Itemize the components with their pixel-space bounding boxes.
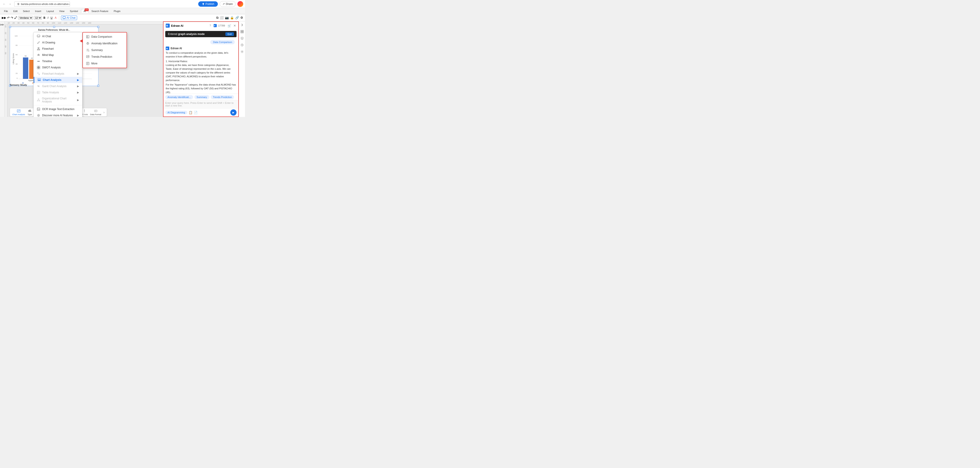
menu-view[interactable]: View <box>57 10 67 13</box>
toolbar-icon-3[interactable]: 📷 <box>225 16 229 20</box>
send-button[interactable]: ► <box>230 109 237 116</box>
menu-item-gantt: Gantt Chart Analysis ▶ <box>33 83 82 89</box>
menu-item-ai-drawing[interactable]: AI Drawing <box>33 40 82 46</box>
toolbar-more-icon[interactable]: › <box>103 110 105 114</box>
close-panel-icon[interactable]: ✕ <box>234 24 236 27</box>
anomaly-icon <box>86 41 89 45</box>
toolbar-icon-1[interactable]: ⧉ <box>216 16 218 20</box>
anomaly-chip[interactable]: Anomaly Identificati... <box>165 95 193 99</box>
toolbar-icon-6[interactable]: ⚙ <box>240 16 243 20</box>
help-icon[interactable]: ? <box>210 24 211 27</box>
menu-select[interactable]: Select <box>21 10 32 13</box>
right-icon-layers[interactable] <box>240 36 244 41</box>
svg-text:50: 50 <box>25 55 27 57</box>
toolbar-icon-2[interactable]: ⬜ <box>220 16 224 20</box>
redo-icon[interactable]: ↷ <box>11 16 13 20</box>
font-size-select[interactable]: 12 <box>34 16 42 20</box>
bold-icon[interactable]: B <box>43 16 46 19</box>
ai-footer: AI Diagramming 📋 📄 ► <box>164 108 238 116</box>
canvas-area[interactable]: 102030405060708090100110120130140150160 … <box>5 21 163 117</box>
trends-icon <box>86 55 89 59</box>
ai-panel-count: 17789 <box>218 24 225 27</box>
left-sidebar-toggle[interactable]: ▶▶ <box>0 21 5 117</box>
menu-ai[interactable]: AIhot <box>81 9 88 13</box>
menu-search-feature[interactable]: Search Feature <box>89 10 111 13</box>
sub-item-data-comparison[interactable]: Data Comparison <box>83 33 127 40</box>
svg-line-61 <box>39 54 40 55</box>
expand-icon[interactable]: ▶▶ <box>2 16 6 19</box>
ct-y-axis[interactable]: Y Axis <box>83 109 88 116</box>
svg-rect-89 <box>38 99 39 99</box>
menu-item-ocr[interactable]: OCR Image Text Extraction <box>33 106 82 112</box>
right-icon-grid[interactable] <box>240 29 244 34</box>
underline-icon[interactable]: U <box>50 16 53 19</box>
handle-br[interactable] <box>97 85 99 87</box>
ai-chat-button[interactable]: AI Chat <box>61 16 77 20</box>
right-icon-settings[interactable] <box>240 49 244 54</box>
browser-nav[interactable]: ← → <box>2 2 13 6</box>
right-icon-collapse[interactable] <box>240 23 244 27</box>
ai-diagramming-button[interactable]: AI Diagramming <box>165 111 187 114</box>
forward-icon[interactable]: → <box>8 2 13 6</box>
handle-tm[interactable] <box>53 26 55 28</box>
menu-plugin[interactable]: Plugin <box>111 10 123 13</box>
footer-icon-2[interactable]: 📄 <box>194 111 197 114</box>
publish-button[interactable]: Publish <box>198 2 218 7</box>
handle-tl[interactable] <box>9 26 11 28</box>
font-color-icon[interactable]: A <box>54 16 57 19</box>
svg-rect-37 <box>31 110 31 112</box>
ct-type[interactable]: Type <box>27 109 32 116</box>
back-icon[interactable]: ← <box>2 2 7 6</box>
undo-icon[interactable]: ↶ <box>7 16 10 20</box>
svg-rect-14 <box>23 57 28 79</box>
ai-chat-label: AI Chat <box>67 16 75 19</box>
menu-file[interactable]: File <box>2 10 10 13</box>
user-avatar[interactable] <box>237 1 243 7</box>
ai-panel-header: M Edraw AI ? M 17789 🛒 ✕ <box>164 22 238 30</box>
sub-item-more[interactable]: More <box>83 60 127 67</box>
tab-title: barista-preference-whole-milk-vs-alterna… <box>21 3 70 5</box>
menu-edit[interactable]: Edit <box>11 10 20 13</box>
toolbar-icon-4[interactable]: 🔒 <box>230 16 234 20</box>
menu-item-chart-analysis[interactable]: Chart Analysis ▶ <box>33 77 82 83</box>
ct-chart-analysis[interactable]: Chart Analysis <box>12 109 25 116</box>
menu-insert[interactable]: Insert <box>33 10 43 13</box>
trends-chip[interactable]: Trends Prediction <box>211 95 234 99</box>
menu-item-discover[interactable]: Discover more AI features ▶ <box>33 112 82 117</box>
toolbar-icon-5[interactable]: 🔗 <box>235 16 239 20</box>
footer-icon-1[interactable]: 📋 <box>189 111 192 114</box>
svg-rect-70 <box>37 66 38 67</box>
more-label: More <box>91 62 97 65</box>
menu-item-flowchart[interactable]: Flowchart <box>33 46 82 52</box>
right-icon-history[interactable] <box>240 43 244 47</box>
menu-item-mind-map[interactable]: Mind Map <box>33 52 82 58</box>
svg-rect-72 <box>37 68 38 69</box>
edraw-ai-row-label: Edraw AI <box>170 47 182 50</box>
handle-tr[interactable] <box>97 26 99 28</box>
svg-rect-83 <box>37 86 39 86</box>
svg-line-63 <box>37 54 38 55</box>
browser-tab[interactable]: 🖻 barista-preference-whole-milk-vs-alter… <box>14 2 70 6</box>
sub-item-summary[interactable]: Summary <box>83 47 127 54</box>
italic-icon[interactable]: I <box>47 16 49 19</box>
cart-icon[interactable]: 🛒 <box>228 24 231 27</box>
sub-item-anomaly[interactable]: Anomaly Identification <box>83 40 127 47</box>
summary-chip[interactable]: Summary <box>194 95 209 99</box>
exit-button[interactable]: Exit <box>225 32 234 36</box>
submenu-arrow-org: ▶ <box>77 99 79 102</box>
ai-input-area[interactable]: Enter your query here. Press Enter to se… <box>164 100 238 108</box>
data-comparison-chip[interactable]: Data Comparison <box>210 40 235 45</box>
ct-data-format[interactable]: Data Format <box>90 109 101 116</box>
font-select[interactable]: Verdana <box>18 16 33 20</box>
share-button[interactable]: ↗ Share <box>220 1 235 7</box>
sub-item-trends[interactable]: Trends Prediction <box>83 54 127 60</box>
paint-icon[interactable]: 🖍 <box>14 16 17 19</box>
menu-item-ai-chat[interactable]: AI Chat <box>33 33 82 40</box>
svg-rect-53 <box>38 48 39 48</box>
ai-response-section1: 1. Horizontal Ratios: <box>166 59 236 63</box>
menu-item-swot[interactable]: SWOT Analysis <box>33 64 82 71</box>
ocr-label: OCR Image Text Extraction <box>42 108 75 111</box>
menu-symbol[interactable]: Symbol <box>67 10 80 13</box>
menu-item-timeline[interactable]: Timeline <box>33 58 82 64</box>
menu-layout[interactable]: Layout <box>45 10 56 13</box>
